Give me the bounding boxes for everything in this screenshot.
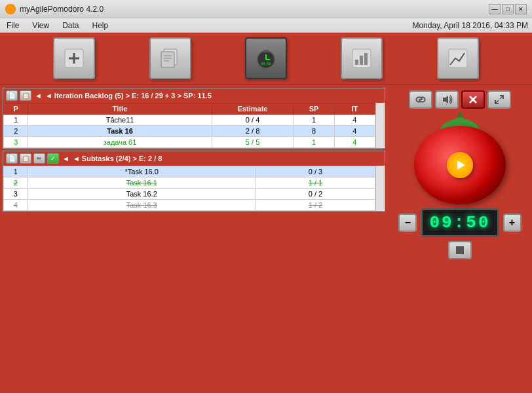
- table-row[interactable]: 1 *Task 16.0 0 / 3: [4, 166, 375, 178]
- svg-rect-4: [161, 52, 174, 67]
- row1-it: 4: [334, 115, 375, 126]
- toolbar-copy-button[interactable]: [149, 37, 191, 79]
- toolbar-chart1-button[interactable]: [341, 37, 383, 79]
- close-timer-button[interactable]: [461, 90, 485, 109]
- table-row[interactable]: 3 задача 61 4: [4, 137, 375, 148]
- col-sp: SP: [294, 103, 334, 115]
- link-icon: [415, 94, 427, 105]
- timer-plus-button[interactable]: +: [503, 214, 522, 232]
- timer-minus-button[interactable]: −: [398, 214, 417, 232]
- subtask-doc-btn[interactable]: 📄: [6, 153, 18, 164]
- row2-estimate-input[interactable]: [215, 127, 291, 135]
- row3-estimate-input[interactable]: [215, 138, 291, 146]
- backlog-copy-btn[interactable]: 📋: [20, 90, 31, 101]
- row3-title: задача 61: [28, 137, 212, 148]
- copy-icon: [159, 47, 182, 70]
- sub-row3-est: 0 / 2: [256, 189, 375, 200]
- chart2-icon: [446, 47, 470, 70]
- backlog-nav-arrow[interactable]: ◄: [33, 92, 43, 100]
- subtask-check-btn[interactable]: ✓: [47, 153, 59, 164]
- timer-icon: 09:50: [254, 47, 278, 70]
- row1-sp: [294, 115, 334, 126]
- main-area: 📄 📋 ◄ ◄ Iteration Backlog (5) > E: 16 / …: [0, 85, 532, 393]
- backlog-doc-btn[interactable]: 📄: [6, 90, 18, 101]
- toolbar-timer-button[interactable]: 09:50: [245, 37, 287, 79]
- svg-marker-19: [443, 96, 448, 103]
- sub-row4-num: 4: [4, 200, 28, 211]
- row1-sp-input[interactable]: [296, 116, 331, 124]
- left-panel: 📄 📋 ◄ ◄ Iteration Backlog (5) > E: 16 / …: [0, 85, 388, 393]
- row2-estimate: [212, 126, 294, 137]
- backlog-header-text: ◄ Iteration Backlog (5) > E: 16 / 29 + 3…: [45, 92, 212, 100]
- row2-sp: [294, 126, 334, 137]
- subtasks-scrollbar[interactable]: [375, 166, 385, 211]
- minimize-button[interactable]: —: [489, 4, 501, 14]
- row2-sp-input[interactable]: [296, 127, 331, 135]
- app-icon: [5, 4, 16, 14]
- sub-row1-est: 0 / 3: [256, 166, 375, 178]
- subtask-header-text: ◄ Subtasks (2/4) > E: 2 / 8: [73, 155, 162, 162]
- menu-help[interactable]: Help: [90, 20, 111, 31]
- table-row[interactable]: 3 Task 16.2 0 / 2: [4, 189, 375, 200]
- subtasks-table: 1 *Task 16.0 0 / 3 2 Task 16.1 1 / 1 3: [3, 166, 375, 211]
- menu-data[interactable]: Data: [60, 20, 81, 31]
- svg-rect-16: [364, 53, 368, 65]
- svg-text:09:50: 09:50: [261, 62, 271, 66]
- sub-row3-title: Task 16.2: [28, 189, 256, 200]
- row3-it: 4: [334, 137, 375, 148]
- timer-stop-button[interactable]: [448, 241, 472, 259]
- row1-estimate-input[interactable]: [215, 116, 291, 124]
- row2-it: 4: [334, 126, 375, 137]
- table-row[interactable]: 2 Task 16 4: [4, 126, 375, 137]
- sound-icon: [441, 94, 453, 105]
- svg-rect-9: [263, 50, 269, 52]
- subtask-edit-btn[interactable]: ✏: [33, 153, 45, 164]
- row1-estimate: [212, 115, 294, 126]
- timer-panel: − 09:50 +: [388, 85, 532, 393]
- sub-row2-num: 2: [4, 178, 28, 189]
- backlog-table: P Title Estimate SP IT 1 Tâche11: [3, 103, 375, 148]
- sub-row4-title: Task 16.3: [28, 200, 256, 211]
- row3-sp-input[interactable]: [296, 138, 331, 146]
- play-icon: [453, 158, 467, 172]
- timer-display: 09:50: [421, 208, 499, 237]
- sound-button[interactable]: [435, 90, 459, 109]
- menu-items: File View Data Help: [4, 20, 111, 31]
- row3-p: 3: [4, 137, 28, 148]
- subtask-copy-btn[interactable]: 📋: [20, 153, 31, 164]
- col-it: IT: [334, 103, 375, 115]
- toolbar-chart2-button[interactable]: [437, 37, 479, 79]
- col-estimate: Estimate: [212, 103, 294, 115]
- row2-title: Task 16: [28, 126, 212, 137]
- svg-rect-17: [449, 49, 467, 67]
- titlebar: myAgilePomodoro 4.2.0 — □ ✕: [0, 0, 532, 18]
- expand-icon: [494, 94, 504, 105]
- subtasks-section: 📄 📋 ✏ ✓ ◄ ◄ Subtasks (2/4) > E: 2 / 8 1 …: [3, 151, 385, 212]
- toolbar-add-button[interactable]: [53, 37, 95, 79]
- sub-row1-title: *Task 16.0: [28, 166, 256, 178]
- subtask-nav-arrow[interactable]: ◄: [61, 155, 71, 162]
- chart1-icon: [350, 47, 373, 70]
- backlog-scrollbar[interactable]: [375, 103, 385, 148]
- play-button[interactable]: [447, 152, 473, 178]
- sub-row4-est: 1 / 2: [256, 200, 375, 211]
- iteration-backlog-section: 📄 📋 ◄ ◄ Iteration Backlog (5) > E: 16 / …: [3, 88, 385, 149]
- table-row[interactable]: 4 Task 16.3 1 / 2: [4, 200, 375, 211]
- link-button[interactable]: [409, 90, 432, 109]
- close-button[interactable]: ✕: [515, 4, 527, 14]
- menubar: File View Data Help Monday, April 18 201…: [0, 18, 532, 33]
- row3-estimate: [212, 137, 294, 148]
- menu-file[interactable]: File: [4, 20, 22, 31]
- subtasks-header-bar: 📄 📋 ✏ ✓ ◄ ◄ Subtasks (2/4) > E: 2 / 8: [3, 151, 385, 166]
- expand-button[interactable]: [487, 90, 511, 109]
- maximize-button[interactable]: □: [502, 4, 514, 14]
- menu-view[interactable]: View: [29, 20, 52, 31]
- table-row[interactable]: 2 Task 16.1 1 / 1: [4, 178, 375, 189]
- stop-icon: [454, 244, 466, 256]
- sub-row2-title: Task 16.1: [28, 178, 256, 189]
- table-row[interactable]: 1 Tâche11 4: [4, 115, 375, 126]
- app-title: myAgilePomodoro 4.2.0: [20, 5, 489, 14]
- datetime-display: Monday, April 18 2016, 04:33 PM: [412, 21, 528, 30]
- timer-top-controls: [409, 90, 511, 109]
- window-controls: — □ ✕: [489, 4, 527, 14]
